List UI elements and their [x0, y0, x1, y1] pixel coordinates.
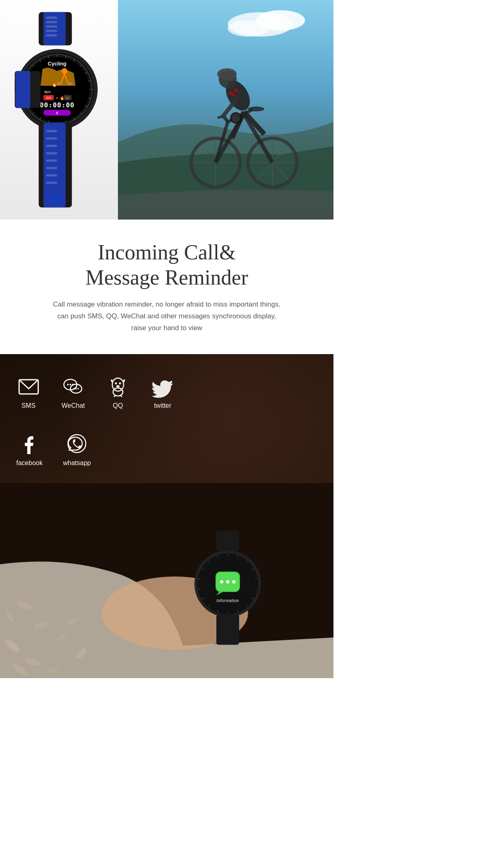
app-twitter: twitter [150, 374, 175, 409]
svg-text:8pm: 8pm [44, 90, 51, 94]
app-whatsapp: whatsapp [63, 432, 91, 467]
qq-icon [106, 374, 130, 399]
svg-point-85 [217, 68, 237, 80]
svg-rect-62 [15, 71, 30, 108]
whatsapp-icon [65, 432, 89, 456]
svg-rect-52 [46, 130, 57, 132]
svg-rect-2 [46, 17, 57, 19]
twitter-icon [150, 374, 175, 399]
svg-point-82 [248, 107, 264, 111]
main-title: Incoming Call& Message Reminder [41, 240, 293, 291]
svg-rect-5 [46, 30, 57, 32]
hero-section: Cycling 🔥 8pm 000 ♥ 🔥 ||||| 00:00:00 [0, 0, 333, 220]
facebook-icon [17, 432, 41, 456]
svg-point-112 [119, 382, 121, 384]
lower-content: SMS [0, 354, 333, 678]
svg-text:⏸: ⏸ [55, 111, 59, 115]
description: Call message vibration reminder, no long… [53, 299, 281, 334]
info-watch-container: Information [187, 531, 268, 646]
apps-row-2: facebook whatsapp [16, 432, 317, 467]
watch-svg: Cycling 🔥 8pm 000 ♥ 🔥 ||||| 00:00:00 [0, 2, 118, 218]
text-section: Incoming Call& Message Reminder Call mes… [0, 220, 333, 354]
app-sms: SMS [16, 374, 41, 409]
svg-rect-56 [46, 159, 57, 161]
svg-text:000: 000 [46, 96, 51, 100]
info-watch-svg: Information [187, 531, 268, 645]
svg-point-153 [226, 580, 229, 583]
lower-section: SMS [0, 354, 333, 678]
svg-rect-58 [46, 174, 57, 176]
cyclist-bg-svg [118, 0, 333, 220]
wechat-label: WeChat [61, 402, 85, 409]
svg-rect-128 [216, 531, 239, 551]
svg-point-108 [75, 388, 77, 389]
svg-point-90 [231, 113, 240, 122]
svg-point-111 [115, 382, 117, 384]
svg-point-104 [70, 384, 71, 385]
svg-point-66 [228, 20, 268, 37]
app-wechat: WeChat [61, 374, 85, 409]
twitter-label: twitter [154, 402, 172, 409]
icons-area: SMS [0, 354, 333, 483]
wrist-area: Information [0, 483, 333, 678]
svg-point-152 [220, 580, 223, 583]
sms-label: SMS [22, 402, 36, 409]
svg-point-154 [232, 580, 235, 583]
wrist-bg-svg [0, 483, 333, 678]
svg-point-109 [77, 388, 79, 389]
svg-point-114 [113, 388, 123, 396]
svg-rect-53 [46, 137, 57, 139]
svg-rect-55 [46, 152, 57, 154]
svg-point-113 [116, 385, 120, 387]
svg-text:00:00:00: 00:00:00 [40, 101, 75, 109]
svg-rect-54 [46, 145, 57, 147]
whatsapp-label: whatsapp [63, 459, 91, 467]
svg-point-107 [73, 388, 75, 389]
svg-rect-6 [46, 34, 57, 36]
svg-rect-51 [44, 123, 65, 207]
app-qq: QQ [106, 374, 130, 409]
svg-rect-57 [46, 167, 57, 169]
svg-rect-3 [46, 21, 57, 23]
svg-text:|||||: ||||| [65, 96, 70, 100]
wechat-icon [61, 374, 85, 399]
svg-rect-60 [50, 196, 61, 199]
svg-rect-156 [216, 614, 239, 645]
svg-rect-59 [46, 182, 57, 184]
svg-point-36 [61, 68, 68, 74]
svg-text:🔥: 🔥 [52, 81, 57, 87]
svg-text:♥: ♥ [56, 96, 58, 100]
watch-panel: Cycling 🔥 8pm 000 ♥ 🔥 ||||| 00:00:00 [0, 0, 118, 220]
qq-label: QQ [113, 402, 123, 409]
svg-point-103 [67, 384, 69, 385]
facebook-label: facebook [16, 459, 43, 467]
svg-text:Cycling: Cycling [48, 61, 67, 67]
apps-row-1: SMS [16, 374, 317, 409]
cyclist-panel [118, 0, 333, 220]
app-facebook: facebook [16, 432, 43, 467]
svg-rect-4 [46, 25, 57, 27]
sms-icon [16, 374, 41, 399]
svg-text:Information: Information [216, 598, 239, 603]
